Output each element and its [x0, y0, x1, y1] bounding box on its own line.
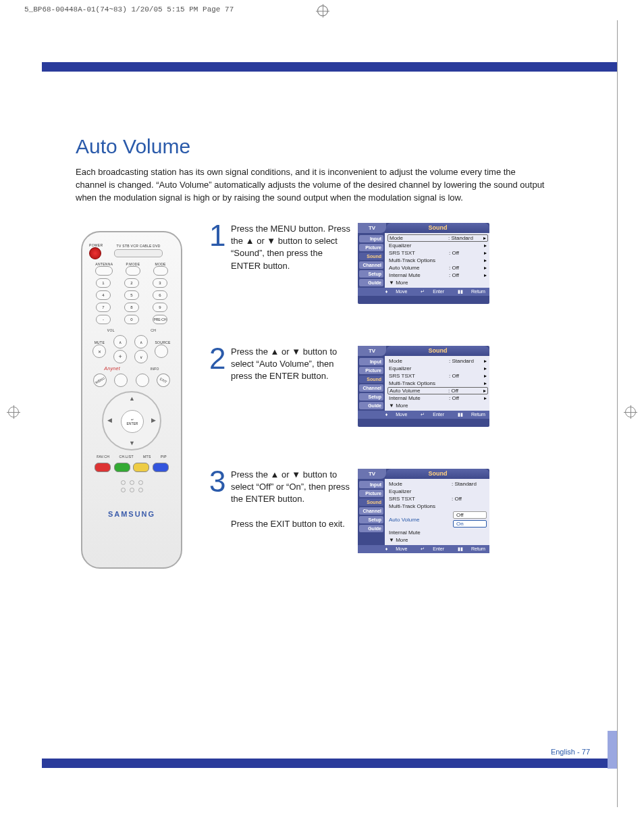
- intro-paragraph: Each broadcasting station has its own si…: [76, 166, 548, 205]
- osd-row-autovol: Auto Volume: [389, 265, 449, 271]
- osd-row-multitrack: Multi-Track Options: [389, 257, 449, 263]
- steps-column: 1 Press the MENU button. Press the ▲ or …: [209, 223, 493, 595]
- osd-screen-3: TV Sound Input Picture Sound Channel Set…: [358, 469, 489, 553]
- mode-slider: [114, 249, 163, 257]
- pmode-label: P.MODE: [126, 262, 140, 266]
- thumb-tab: [608, 731, 617, 769]
- favch-label: FAV.CH: [97, 455, 109, 459]
- blue-button: [153, 463, 169, 472]
- power-button: [89, 247, 101, 259]
- chlist-label: CH.LIST: [119, 455, 134, 459]
- osd-row-mode: Mode: [390, 235, 448, 241]
- dot-row-1: [82, 480, 181, 485]
- source-button: [155, 344, 168, 358]
- mode-label: MODE: [153, 262, 168, 266]
- brand-logo: SAMSUNG: [82, 510, 181, 518]
- num-9: 9: [153, 303, 167, 312]
- osd-screen-2: TV Sound Input Picture Sound Channel Set…: [358, 346, 489, 427]
- color-buttons: [93, 463, 170, 472]
- ch-label: CH: [151, 328, 156, 332]
- step-number: 1: [209, 223, 230, 304]
- vol-plus: +: [113, 350, 127, 363]
- footer-bar: [42, 759, 617, 768]
- dot-row-2: [82, 488, 181, 492]
- num-2: 2: [124, 278, 139, 288]
- pip-label: PIP: [161, 455, 167, 459]
- crop-mark-right: [624, 405, 637, 419]
- hint-enter: ↵ Enter: [414, 289, 444, 294]
- step-number: 3: [209, 469, 230, 553]
- osd-row-equalizer: Equalizer: [389, 242, 449, 249]
- mute-label: MUTE: [92, 340, 106, 344]
- mode-row-label: TV STB VCR CABLE DVD: [103, 244, 174, 248]
- step-text: Press the ▲ or ▼ button to select “Off” …: [231, 469, 352, 553]
- hint-move: ♦ Move: [379, 289, 408, 294]
- num-3: 3: [153, 278, 167, 288]
- print-header: 5_BP68-00448A-01(74~83) 1/20/05 5:15 PM …: [24, 5, 234, 14]
- osd-tv-label: TV: [358, 223, 386, 233]
- option-on: On: [453, 520, 487, 528]
- remote-illustration: POWER TV STB VCR CABLE DVD ANTENNA P.MOD…: [81, 231, 182, 575]
- arrow-right-icon: ▶: [151, 417, 156, 423]
- osd-hints: ♦ Move ↵ Enter ▮▮ Return: [358, 288, 489, 296]
- osd-side-channel: Channel: [359, 261, 383, 269]
- osd-sidebar: Input Picture Sound Channel Setup Guide: [358, 233, 385, 288]
- osd-side-sound: Sound: [359, 253, 383, 260]
- exit-button: EXIT: [155, 371, 173, 389]
- header-bar: [42, 62, 617, 72]
- nav-ring: ▲ ▼ ◀ ▶ ↵ ENTER: [102, 391, 161, 451]
- osd-side-input: Input: [359, 235, 383, 242]
- mode-button: [153, 266, 168, 276]
- step-2: 2 Press the ▲ or ▼ button to select “Aut…: [209, 346, 493, 427]
- mts-label: MTS: [143, 455, 151, 459]
- num-8: 8: [124, 303, 139, 312]
- step-1: 1 Press the MENU button. Press the ▲ or …: [209, 223, 493, 304]
- info-button: [136, 374, 149, 387]
- step-text: Press the MENU button. Press the ▲ or ▼ …: [231, 223, 352, 304]
- hint-return: ▮▮ Return: [451, 289, 485, 294]
- option-off: Off: [453, 511, 487, 519]
- ch-down: ∨: [134, 350, 148, 363]
- chevron-right-icon: ▸: [483, 235, 486, 241]
- num-1: 1: [96, 278, 111, 288]
- arrow-left-icon: ◀: [107, 417, 112, 423]
- num-5: 5: [124, 290, 139, 300]
- step-text: Press the ▲ or ▼ button to select “Auto …: [231, 346, 352, 427]
- osd-side-picture: Picture: [359, 244, 383, 251]
- osd-side-setup: Setup: [359, 270, 383, 278]
- page-number: English - 77: [551, 748, 590, 756]
- pmode-button: [126, 266, 140, 276]
- arrow-up-icon: ▲: [129, 395, 135, 402]
- prech-button: PRE-CH: [153, 315, 167, 324]
- source-label: SOURCE: [155, 340, 170, 344]
- ch-up: ∧: [134, 335, 148, 349]
- osd-autovolume-label: Auto Volume: [389, 517, 453, 523]
- num-0: 0: [124, 315, 139, 324]
- num-dash: -: [96, 315, 111, 324]
- osd-title: Sound: [386, 223, 489, 233]
- vol-up: ∧: [113, 335, 127, 349]
- enter-button: ↵ ENTER: [121, 410, 144, 433]
- num-6: 6: [153, 290, 167, 300]
- yellow-button: [133, 463, 149, 472]
- green-button: [114, 463, 130, 472]
- vol-label: VOL: [107, 328, 115, 332]
- antenna-button: [95, 266, 113, 276]
- anynet-label: Anynet: [104, 366, 120, 371]
- info-label: INFO: [151, 367, 159, 371]
- mute-button: ✕: [92, 344, 106, 358]
- num-7: 7: [96, 303, 111, 312]
- osd-row-more: ▼ More: [389, 280, 487, 286]
- antenna-label: ANTENNA: [95, 262, 113, 266]
- num-4: 4: [96, 290, 111, 300]
- arrow-down-icon: ▼: [129, 440, 135, 446]
- osd-row-internalmute: Internal Mute: [389, 272, 449, 278]
- step-number: 2: [209, 346, 230, 427]
- red-button: [95, 463, 111, 472]
- crop-mark-left: [7, 405, 20, 419]
- osd-row-srs: SRS TSXT: [389, 250, 449, 256]
- osd-main: Mode: Standard▸ Equalizer▸ SRS TSXT: Off…: [385, 233, 489, 288]
- osd-screen-1: TV Sound Input Picture Sound Channel Set…: [358, 223, 489, 304]
- power-label: POWER: [89, 243, 103, 247]
- step-3: 3 Press the ▲ or ▼ button to select “Off…: [209, 469, 493, 553]
